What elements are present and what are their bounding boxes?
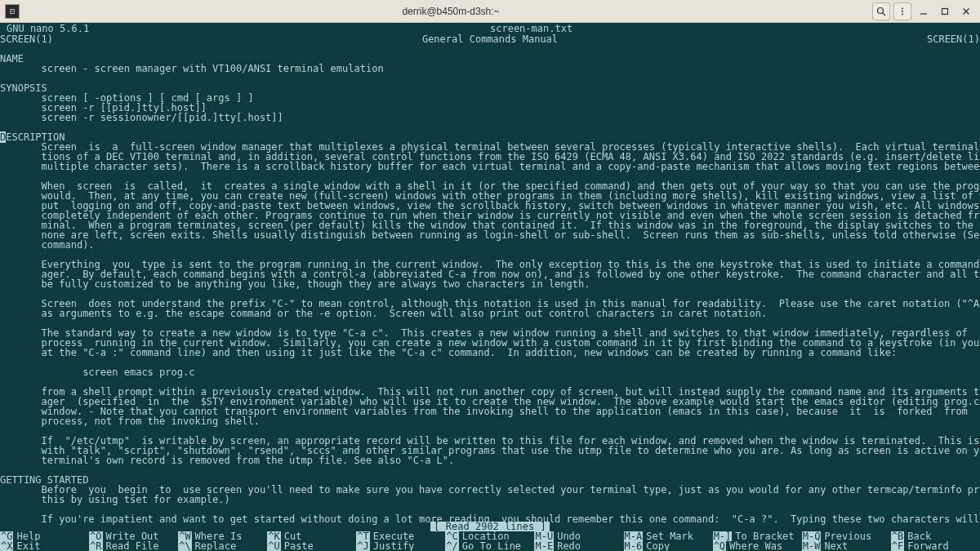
titlebar-right [872, 2, 975, 20]
shortcut-label: Where Is [195, 531, 243, 541]
shortcut-key: ^W [178, 531, 191, 541]
close-button[interactable] [957, 2, 975, 20]
nano-status-line: [ Read 2902 lines ] [0, 522, 980, 531]
shortcut-key: M-U [534, 531, 554, 541]
shortcut-key: ^X [0, 541, 13, 551]
shortcut-item: ^CLocation [445, 531, 534, 541]
search-icon[interactable] [872, 2, 890, 20]
shortcut-label: Redo [557, 541, 581, 551]
nano-filename: screen-man.txt [89, 24, 973, 33]
desc-line: at the "C-a :" command line) and then us… [0, 347, 897, 358]
nano-shortcuts: ^GHelp^OWrite Out^WWhere Is^KCut^TExecut… [0, 531, 980, 551]
shortcut-row-1: ^GHelp^OWrite Out^WWhere Is^KCut^TExecut… [0, 531, 980, 541]
shortcut-key: ^O [89, 531, 102, 541]
desc-line: multiple character sets). There is a scr… [0, 161, 980, 172]
titlebar-left: ⊡ [5, 4, 29, 19]
shortcut-item: M-6Copy [624, 541, 713, 551]
shortcut-item: ^UPaste [267, 541, 356, 551]
nano-version: GNU nano 5.6.1 [0, 24, 89, 33]
shortcut-item: ^JJustify [356, 541, 445, 551]
shortcut-item: ^XExit [0, 541, 89, 551]
desc-line: screen emacs prog.c [0, 367, 194, 378]
shortcut-label: Execute [373, 531, 415, 541]
shortcut-label: Cut [284, 531, 302, 541]
name-line: screen - screen manager with VT100/ANSI … [0, 63, 384, 74]
shortcut-key: ^K [267, 531, 280, 541]
desc-line: terminal's own record is removed from th… [0, 455, 454, 466]
shortcut-label: Forward [907, 541, 949, 551]
svg-point-0 [878, 7, 884, 13]
man-header-center: General Commands Manual [53, 34, 927, 44]
shortcut-label: Go To Line [462, 541, 521, 551]
shortcut-key: ^R [89, 541, 102, 551]
shortcut-key: ^C [445, 531, 458, 541]
svg-point-3 [902, 11, 903, 12]
shortcut-label: Copy [646, 541, 670, 551]
shortcut-key: ^J [356, 541, 369, 551]
status-text: [ Read 2902 lines ] [430, 522, 549, 531]
menu-icon[interactable] [893, 2, 911, 20]
desc-line: be fully customized to be anything you l… [0, 278, 590, 290]
desc-line: none are left, screen exits. Shells usua… [0, 229, 980, 241]
shortcut-key: ^\ [178, 541, 191, 551]
shortcut-label: Location [462, 531, 510, 541]
shortcut-label: Replace [195, 541, 237, 551]
shortcut-item: M-ASet Mark [624, 531, 713, 541]
shortcut-item: M-]To Bracket [713, 531, 802, 541]
man-header: SCREEN(1) General Commands Manual SCREEN… [0, 34, 980, 44]
shortcut-item: ^RRead File [89, 541, 178, 551]
svg-point-2 [902, 7, 903, 9]
shortcut-item: ^KCut [267, 531, 356, 541]
shortcut-key: ^Q [713, 541, 726, 551]
svg-rect-6 [942, 8, 948, 14]
syn-line-3: screen -r sessionowner/[[pid.]tty[.host]… [0, 112, 283, 123]
minimize-button[interactable] [915, 2, 933, 20]
window-titlebar: ⊡ derrik@b450m-d3sh:~ [0, 0, 980, 23]
shortcut-label: Exit [16, 541, 40, 551]
nano-header-right [973, 24, 980, 33]
terminal-app-icon: ⊡ [5, 4, 20, 19]
shortcut-item: ^QWhere Was [713, 541, 802, 551]
maximize-button[interactable] [936, 2, 954, 20]
shortcut-item: ^BBack [891, 531, 980, 541]
shortcut-label: Undo [557, 531, 581, 541]
terminal-viewport[interactable]: GNU nano 5.6.1 screen-man.txt SCREEN(1) … [0, 23, 980, 551]
shortcut-item: M-ERedo [534, 541, 623, 551]
shortcut-label: Back [907, 531, 931, 541]
man-header-right: SCREEN(1) [927, 34, 980, 44]
shortcut-item: ^\Replace [178, 541, 267, 551]
shortcut-label: Paste [284, 541, 314, 551]
shortcut-label: Justify [373, 541, 415, 551]
shortcut-label: Previous [824, 531, 871, 541]
shortcut-item: ^TExecute [356, 531, 445, 541]
shortcut-key: ^/ [445, 541, 458, 551]
shortcut-label: Write Out [106, 531, 159, 541]
shortcut-key: M-E [534, 541, 554, 551]
shortcut-item: M-UUndo [534, 531, 623, 541]
nano-header: GNU nano 5.6.1 screen-man.txt [0, 23, 980, 34]
shortcut-key: M-W [802, 541, 822, 551]
shortcut-key: M-] [713, 531, 733, 541]
shortcut-key: ^T [356, 531, 369, 541]
shortcut-item: M-WNext [802, 541, 891, 551]
svg-line-1 [883, 12, 885, 15]
shortcut-item: ^WWhere Is [178, 531, 267, 541]
desc-line: command). [0, 239, 95, 251]
shortcut-item: ^FForward [891, 541, 980, 551]
shortcut-label: Where Was [729, 541, 782, 551]
shortcut-key: M-Q [802, 531, 822, 541]
shortcut-label: Help [16, 531, 40, 541]
shortcut-key: M-A [624, 531, 644, 541]
shortcut-item: ^OWrite Out [89, 531, 178, 541]
shortcut-item: ^GHelp [0, 531, 89, 541]
window-title: derrik@b450m-d3sh:~ [29, 6, 872, 17]
svg-point-4 [902, 13, 903, 15]
shortcut-label: Set Mark [646, 531, 693, 541]
shortcut-key: M-6 [624, 541, 644, 551]
shortcut-key: ^B [891, 531, 904, 541]
shortcut-item: ^/Go To Line [445, 541, 534, 551]
shortcut-row-2: ^XExit^RRead File^\Replace^UPaste^JJusti… [0, 541, 980, 551]
shortcut-key: ^G [0, 531, 13, 541]
shortcut-key: ^U [267, 541, 280, 551]
desc-line: as arguments to e.g. the escape command … [0, 308, 767, 319]
